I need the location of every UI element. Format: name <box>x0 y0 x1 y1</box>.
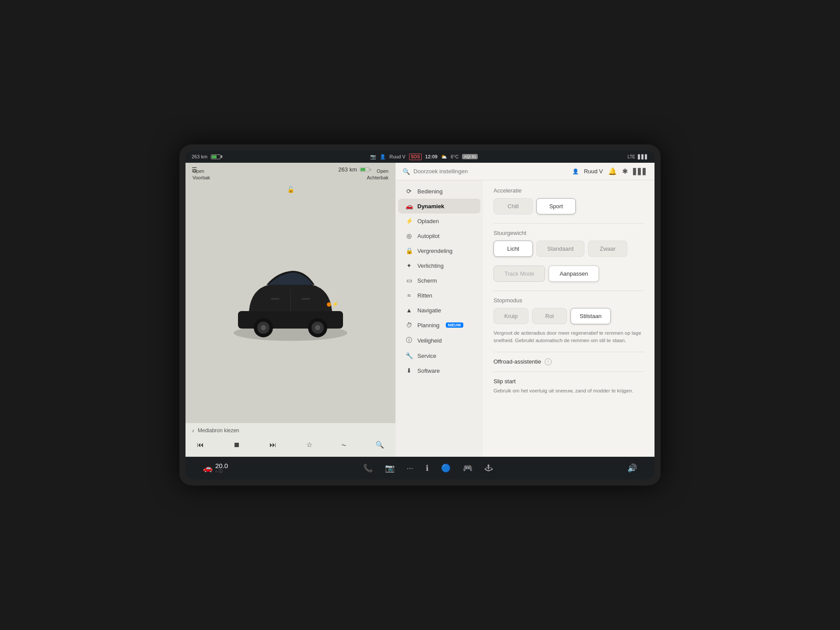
search-input[interactable] <box>413 168 501 175</box>
svg-rect-1 <box>238 311 343 329</box>
svg-point-9 <box>327 302 331 307</box>
sidebar-item-service[interactable]: 🔧 Service <box>398 348 480 363</box>
next-button[interactable]: ⏭ <box>268 439 278 451</box>
divider-4 <box>494 371 644 372</box>
notification-icon[interactable]: 🔔 <box>608 167 617 175</box>
media-bottom: ♪ Mediabron kiezen ⏮ ⏹ ⏭ ☆ ⏦ 🔍 <box>186 423 396 457</box>
equalizer-button[interactable]: ⏦ <box>340 439 348 451</box>
user-icon-status: 👤 <box>380 154 386 160</box>
info-taskbar-icon[interactable]: ℹ <box>426 463 429 473</box>
sidebar-item-ritten[interactable]: ≈ Ritten <box>398 288 480 303</box>
search-bar: 🔍 👤 Ruud V 🔔 ✱ ▋▋▋ <box>396 163 654 180</box>
favorite-button[interactable]: ☆ <box>304 439 314 451</box>
search-media-button[interactable]: 🔍 <box>374 439 386 451</box>
taskbar-right: 🔊 <box>627 463 637 473</box>
software-label: Software <box>417 368 440 374</box>
offroad-info-icon[interactable]: i <box>545 358 552 365</box>
sidebar-item-vergrendeling[interactable]: 🔒 Vergrendeling <box>398 243 480 258</box>
licht-button[interactable]: Licht <box>494 241 533 257</box>
sidebar-item-opladen[interactable]: ⚡ Opladen <box>398 214 480 228</box>
aanpassen-button[interactable]: Aanpassen <box>549 266 599 282</box>
search-right: 👤 Ruud V 🔔 ✱ ▋▋▋ <box>572 167 648 175</box>
vergrendeling-icon: 🔒 <box>405 247 413 254</box>
stuurgewicht-title: Stuurgewicht <box>494 230 644 236</box>
phone-icon[interactable]: 📞 <box>363 463 373 473</box>
sidebar-item-verlichting[interactable]: ✦ Verlichting <box>398 258 480 273</box>
opladen-icon: ⚡ <box>405 217 413 224</box>
veiligheid-label: Veiligheid <box>417 337 442 344</box>
stopmodus-description: Vergroot de actieradius door meer regene… <box>494 329 644 345</box>
user-avatar-icon: 👤 <box>572 168 579 175</box>
svg-point-4 <box>261 325 266 330</box>
opladen-label: Opladen <box>417 218 439 224</box>
sidebar-item-dynamiek[interactable]: 🚗 Dynamiek <box>398 199 480 214</box>
sidebar-item-scherm[interactable]: ▭ Scherm <box>398 273 480 288</box>
left-panel: 263 km ☰ Open Voorbak Open Achterbak <box>186 163 396 457</box>
zwaar-button[interactable]: Zwaar <box>588 241 627 257</box>
media-source-label[interactable]: Mediabron kiezen <box>198 427 239 434</box>
music-icon: ♪ <box>192 427 194 434</box>
service-icon: 🔧 <box>405 352 413 359</box>
bluetooth-taskbar-icon[interactable]: 🔵 <box>441 463 451 473</box>
camera-icon: 📷 <box>370 154 376 160</box>
taskbar-center: 📞 📷 ··· ℹ 🔵 🎮 🕹 <box>363 463 493 473</box>
aqi-label: AQI 81 <box>462 154 478 159</box>
sport-button[interactable]: Sport <box>536 198 576 214</box>
rol-button[interactable]: Rol <box>532 308 567 324</box>
search-input-wrap: 🔍 <box>402 168 572 175</box>
offroad-row: Offroad-assistentie i <box>494 358 644 365</box>
software-icon: ⬇ <box>405 367 413 374</box>
svg-point-7 <box>315 325 320 330</box>
camera-taskbar-icon[interactable]: 📷 <box>385 463 395 473</box>
track-mode-row: Track Mode Aanpassen <box>494 266 644 282</box>
dots-icon[interactable]: ··· <box>407 464 413 473</box>
sidebar-item-bediening[interactable]: ⟳ Bediening <box>398 184 480 199</box>
bluetooth-icon[interactable]: ✱ <box>622 167 628 175</box>
autopilot-icon: ◎ <box>405 232 413 239</box>
stop-button[interactable]: ⏹ <box>231 439 242 451</box>
car-home-icon[interactable]: 🚗 <box>203 463 213 473</box>
sidebar-item-software[interactable]: ⬇ Software <box>398 363 480 378</box>
status-bar-right: LTE ▋▋▋ <box>627 154 648 159</box>
signal-bars: ▋▋▋ <box>633 168 648 175</box>
settings-content: Acceleratie Chill Sport Stuurgewicht Lic… <box>483 180 654 457</box>
arcade-icon[interactable]: 🕹 <box>485 464 493 473</box>
right-panel: 🔍 👤 Ruud V 🔔 ✱ ▋▋▋ <box>396 163 654 457</box>
battery-small <box>360 167 369 172</box>
games-icon[interactable]: 🎮 <box>463 463 472 473</box>
offroad-label: Offroad-assistentie <box>494 358 541 365</box>
verlichting-label: Verlichting <box>417 262 444 269</box>
prev-button[interactable]: ⏮ <box>195 439 206 451</box>
username-status: Ruud V <box>389 154 406 159</box>
track-mode-button[interactable]: Track Mode <box>494 266 545 282</box>
media-controls: ⏮ ⏹ ⏭ ☆ ⏦ 🔍 <box>192 437 389 452</box>
sidebar-item-veiligheid[interactable]: ⓘ Veiligheid <box>398 332 480 348</box>
divider-3 <box>494 352 644 352</box>
sidebar-item-navigatie[interactable]: ▲ Navigatie <box>398 303 480 318</box>
scherm-label: Scherm <box>417 277 437 284</box>
chill-button[interactable]: Chill <box>494 198 533 214</box>
stilstaan-button[interactable]: Stilstaan <box>570 308 611 324</box>
standaard-button[interactable]: Standaard <box>536 241 584 257</box>
bediening-icon: ⟳ <box>405 188 413 195</box>
acceleratie-group: Chill Sport <box>494 198 644 214</box>
ritten-icon: ≈ <box>405 292 413 299</box>
km-display: 263 km <box>338 166 369 173</box>
nav-sidebar: ⟳ Bediening 🚗 Dynamiek ⚡ Opladen ◎ <box>396 180 483 457</box>
dynamiek-label: Dynamiek <box>417 203 444 210</box>
acceleratie-title: Acceleratie <box>494 187 644 194</box>
dynamiek-icon: 🚗 <box>405 203 413 210</box>
battery-icon <box>211 154 220 159</box>
sidebar-item-autopilot[interactable]: ◎ Autopilot <box>398 228 480 243</box>
user-name: Ruud V <box>584 168 603 175</box>
slip-start-label: Slip start <box>494 378 516 385</box>
lte-icon: LTE <box>627 154 635 159</box>
stopmodus-title: Stopmodus <box>494 297 644 304</box>
kruip-button[interactable]: Kruip <box>494 308 528 324</box>
navigatie-label: Navigatie <box>417 307 441 314</box>
sidebar-item-planning[interactable]: ⏱ Planning NIEUW <box>398 318 480 332</box>
menu-icon[interactable]: ☰ <box>192 166 197 173</box>
volume-icon[interactable]: 🔊 <box>627 463 637 473</box>
verlichting-icon: ✦ <box>405 262 413 269</box>
sos-label: SOS <box>409 154 422 160</box>
